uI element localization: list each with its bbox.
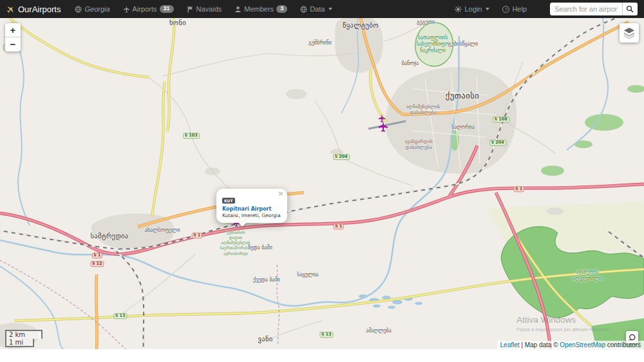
refresh-control[interactable] [626,331,638,343]
ourairports-app: OurAirports Georgia Airports 31 Navaids … [0,0,644,362]
search-button[interactable] [622,3,638,15]
chevron-down-icon [486,8,489,10]
watermark-line1: Attiva Windows [516,315,610,325]
airport-code-badge: KUT [222,198,235,204]
navbar-right: Login Help [455,3,638,15]
gear-icon [455,6,462,13]
user-icon [234,6,242,13]
nav-item-georgia[interactable]: Georgia [75,5,109,13]
nav-item-airports[interactable]: Airports 31 [123,5,174,13]
scale-km: 2 km [5,330,43,339]
leaflet-link[interactable]: Leaflet [500,341,520,348]
airport-marker-icon[interactable] [378,122,388,132]
help-label: Help [512,5,527,13]
globe-icon [75,6,82,13]
layers-control[interactable] [620,23,639,43]
nav-item-navaids[interactable]: Navaids [187,5,222,13]
nav-item-label: Navaids [196,5,222,13]
search-icon [626,5,634,13]
nav-item-label: Airports [133,5,157,13]
scale-control: 2 km 1 mi [5,330,43,347]
members-count-badge: 3 [276,5,287,13]
nav-item-members[interactable]: Members 3 [234,5,287,13]
scale-mi: 1 mi [5,339,34,348]
plane-icon [123,6,130,13]
zoom-in-button[interactable]: + [5,23,21,37]
osm-link[interactable]: OpenStreetMap [560,341,605,348]
flag-icon [187,6,194,13]
map-attribution: Leaflet | Map data © OpenStreetMap contr… [497,341,644,349]
close-icon[interactable]: × [278,189,283,198]
zoom-control: + − [5,23,21,52]
map[interactable]: Attiva Windows Passa a Impostazioni per … [0,18,644,349]
plane-logo-icon [6,5,15,14]
search-input[interactable] [550,3,622,15]
brand-label: OurAirports [18,5,61,14]
login-label: Login [464,5,482,13]
airport-search [550,3,638,15]
airports-count-badge: 31 [160,5,174,13]
help-icon [502,6,509,13]
watermark-line2: Passa a Impostazioni per attivare Window… [516,327,610,332]
airport-location: Kutaisi, Imereti, Georgia [222,213,281,218]
brand-logo[interactable]: OurAirports [6,5,61,14]
airport-popup: × KUT Kopitnari Airport Kutaisi, Imereti… [216,189,287,223]
help-link[interactable]: Help [502,5,527,13]
nav-item-label: Members [244,5,274,13]
nav-item-data[interactable]: Data [300,5,332,13]
nav-item-label: Georgia [84,5,109,13]
attribution-text: | Map data © [520,341,560,348]
refresh-icon [628,333,636,341]
globe-icon [300,6,307,13]
layers-icon [622,26,636,40]
nav-item-label: Data [310,5,325,13]
map-canvas [0,18,644,349]
windows-activation-watermark: Attiva Windows Passa a Impostazioni per … [516,315,610,332]
login-menu[interactable]: Login [455,5,489,13]
chevron-down-icon [328,8,332,10]
zoom-out-button[interactable]: − [5,37,21,52]
top-navbar: OurAirports Georgia Airports 31 Navaids … [0,0,644,18]
airport-name-link[interactable]: Kopitnari Airport [222,206,281,212]
